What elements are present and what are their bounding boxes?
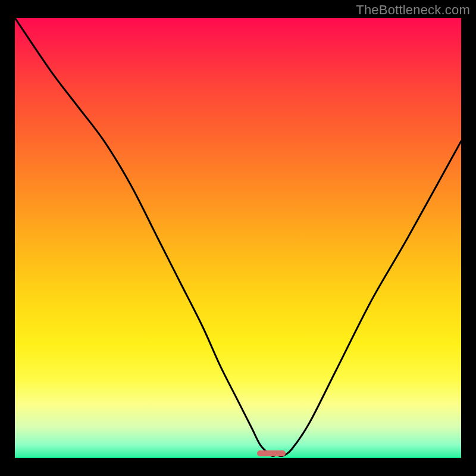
baseline <box>15 457 461 458</box>
chart-frame: TheBottleneck.com <box>0 0 476 476</box>
watermark-text: TheBottleneck.com <box>356 2 470 18</box>
curve-svg <box>15 18 461 458</box>
bottleneck-curve <box>15 18 461 458</box>
plot-area <box>15 18 461 458</box>
optimum-marker <box>257 450 285 456</box>
